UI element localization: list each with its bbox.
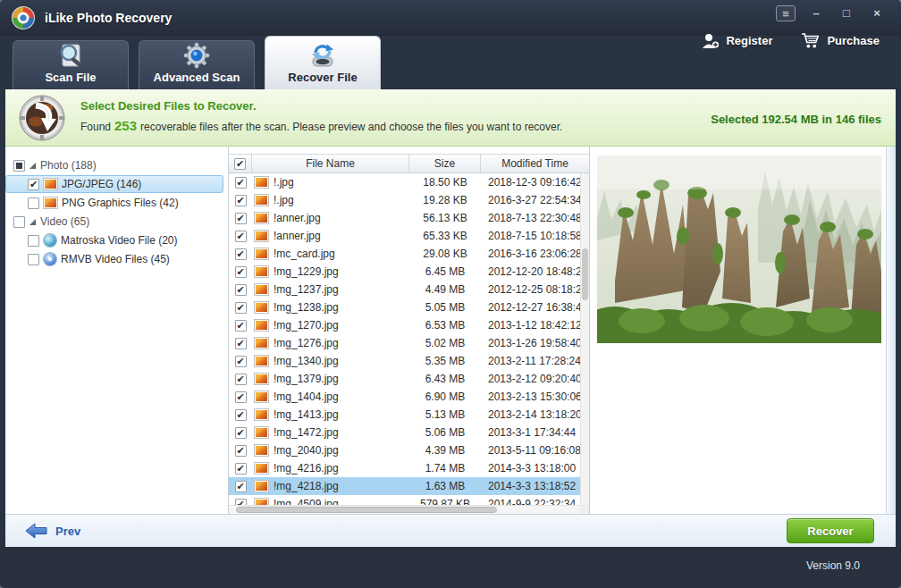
row-checkbox[interactable]: ✔ <box>235 391 247 403</box>
tree-checkbox[interactable] <box>28 197 39 209</box>
table-row[interactable]: ✔!anner.jpg65.33 KB2018-7-15 10:18:58 <box>229 227 589 245</box>
table-vertical-scrollbar-thumb[interactable] <box>582 248 588 300</box>
scan-file-icon <box>55 42 86 69</box>
tree-checkbox[interactable] <box>28 254 39 265</box>
scrollbar-corner <box>580 505 589 514</box>
tree-checkbox[interactable] <box>13 160 25 172</box>
table-row[interactable]: ✔!mg_4216.jpg1.74 MB2014-3-3 13:18:00 <box>229 459 589 477</box>
row-checkbox[interactable]: ✔ <box>235 266 247 278</box>
file-name-cell: !mg_1472.jpg <box>252 426 409 439</box>
table-row[interactable]: ✔!mg_1404.jpg6.90 MB2013-2-13 15:30:06 <box>229 388 589 406</box>
tree-item[interactable]: RMVB Video Files (45) <box>5 250 223 268</box>
close-icon[interactable]: × <box>867 5 887 21</box>
table-row[interactable]: ✔!mg_1270.jpg6.53 MB2013-1-12 18:42:12 <box>229 316 589 334</box>
tree-item[interactable]: Video (65) <box>5 213 223 231</box>
row-checkbox[interactable]: ✔ <box>235 213 247 224</box>
file-modified: 2018-12-3 09:16:42 <box>481 176 589 189</box>
row-checkbox[interactable]: ✔ <box>235 320 247 332</box>
table-horizontal-scrollbar-thumb[interactable] <box>236 507 497 513</box>
recover-button[interactable]: Recover <box>787 518 874 543</box>
tab-advanced-scan[interactable]: Advanced Scan <box>139 40 255 89</box>
minimize-icon[interactable]: – <box>806 5 826 21</box>
table-row[interactable]: ✔!mg_1472.jpg5.06 MB2013-3-1 17:34:44 <box>229 424 589 441</box>
table-row[interactable]: ✔!mg_4218.jpg1.63 MB2014-3-3 13:18:52 <box>229 477 589 495</box>
file-size: 6.90 MB <box>409 391 481 403</box>
tree-item[interactable]: Photo (188) <box>5 156 223 174</box>
table-horizontal-scrollbar[interactable] <box>229 505 580 514</box>
app-title: iLike Photo Recovery <box>45 11 172 25</box>
preview-image <box>597 155 881 343</box>
expand-arrow-icon[interactable] <box>29 163 36 169</box>
file-modified: 2013-2-12 09:20:40 <box>481 373 589 385</box>
file-name-cell: !mg_1413.jpg <box>252 408 409 421</box>
row-checkbox[interactable]: ✔ <box>235 284 247 296</box>
table-row[interactable]: ✔!.jpg18.50 KB2018-12-3 09:16:42 <box>229 173 589 191</box>
table-row[interactable]: ✔!mg_1276.jpg5.02 MB2013-1-26 19:58:40 <box>229 334 589 352</box>
purchase-button[interactable]: Purchase <box>801 32 880 49</box>
column-header-size[interactable]: Size <box>409 155 481 172</box>
column-header-file-name[interactable]: File Name <box>252 155 409 172</box>
expand-arrow-icon[interactable] <box>29 219 36 225</box>
register-button[interactable]: Register <box>702 32 772 49</box>
window-controls: ≡–□× <box>776 5 887 21</box>
table-vertical-scrollbar[interactable] <box>580 173 589 505</box>
tree-item[interactable]: ✔JPG/JPEG (146) <box>5 175 223 193</box>
row-checkbox[interactable]: ✔ <box>235 231 247 242</box>
row-checkbox[interactable]: ✔ <box>235 481 247 492</box>
tree-item[interactable]: Matroska Video File (20) <box>5 231 223 249</box>
column-header-modified-time[interactable]: Modified Time <box>481 155 589 172</box>
table-row[interactable]: ✔!.jpg19.28 KB2016-3-27 22:54:34 <box>229 191 589 209</box>
footer-bar: Version 9.0 <box>0 547 901 588</box>
maximize-icon[interactable]: □ <box>837 5 856 21</box>
row-checkbox[interactable]: ✔ <box>235 302 247 314</box>
row-checkbox[interactable]: ✔ <box>235 338 247 349</box>
row-checkbox[interactable]: ✔ <box>235 356 247 367</box>
table-row[interactable]: ✔!mc_card.jpg29.08 KB2016-3-16 23:06:28 <box>229 245 589 263</box>
row-checkbox[interactable]: ✔ <box>235 427 247 439</box>
table-row[interactable]: ✔!mg_1413.jpg5.13 MB2013-2-14 13:18:20 <box>229 406 589 424</box>
row-check-cell: ✔ <box>229 463 252 475</box>
tree-item-label: Matroska Video File (20) <box>61 234 178 247</box>
file-name: !mg_1340.jpg <box>274 355 339 367</box>
row-checkbox[interactable]: ✔ <box>235 409 247 421</box>
row-checkbox[interactable]: ✔ <box>235 463 247 475</box>
purchase-cart-icon <box>801 32 821 49</box>
recover-status-icon <box>18 94 66 142</box>
tab-scan-file[interactable]: Scan File <box>13 40 129 89</box>
file-name-cell: !mg_4218.jpg <box>252 480 409 492</box>
file-name: !mg_1404.jpg <box>274 391 339 403</box>
row-checkbox[interactable]: ✔ <box>235 374 247 385</box>
file-name-cell: !.jpg <box>252 176 409 189</box>
file-modified: 2012-12-25 08:18:2 <box>481 283 589 296</box>
table-row[interactable]: ✔!mg_2040.jpg4.39 MB2013-5-11 09:16:08 <box>229 441 589 459</box>
file-name-cell: !mg_1238.jpg <box>252 301 409 314</box>
table-row[interactable]: ✔!mg_1237.jpg4.49 MB2012-12-25 08:18:2 <box>229 281 589 298</box>
recover-file-icon <box>307 42 338 69</box>
file-size: 5.05 MB <box>409 301 481 314</box>
table-row[interactable]: ✔!mg_1238.jpg5.05 MB2012-12-27 16:38:4 <box>229 298 589 316</box>
tree-checkbox[interactable]: ✔ <box>28 179 39 190</box>
row-checkbox[interactable]: ✔ <box>235 445 247 457</box>
prev-arrow-icon <box>25 523 48 539</box>
menu-icon[interactable]: ≡ <box>776 5 796 21</box>
row-checkbox[interactable]: ✔ <box>235 195 247 206</box>
tree-item[interactable]: PNG Graphics Files (42) <box>5 194 223 212</box>
table-row[interactable]: ✔!mg_1229.jpg6.45 MB2012-12-20 18:48:2 <box>229 263 589 281</box>
preview-scrollbar[interactable] <box>886 147 896 514</box>
tree-checkbox[interactable] <box>13 216 25 228</box>
row-check-cell: ✔ <box>229 320 252 332</box>
row-check-cell: ✔ <box>229 266 252 278</box>
tree-checkbox[interactable] <box>28 235 39 247</box>
purchase-label: Purchase <box>827 34 880 47</box>
table-row[interactable]: ✔!mg_1340.jpg5.35 MB2013-2-11 17:28:24 <box>229 352 589 370</box>
file-modified: 2013-3-1 17:34:44 <box>481 426 589 439</box>
select-all-header[interactable]: ✔ <box>229 155 252 172</box>
prev-button[interactable]: Prev <box>25 523 80 539</box>
table-row[interactable]: ✔!mg_1379.jpg6.43 MB2013-2-12 09:20:40 <box>229 370 589 388</box>
table-row[interactable]: ✔!anner.jpg56.13 KB2018-7-13 22:30:48 <box>229 209 589 227</box>
file-size: 29.08 KB <box>409 248 481 260</box>
tab-recover-file[interactable]: Recover File <box>265 36 381 89</box>
row-checkbox[interactable]: ✔ <box>235 177 247 189</box>
select-all-checkbox[interactable]: ✔ <box>234 158 246 170</box>
row-checkbox[interactable]: ✔ <box>235 248 247 260</box>
